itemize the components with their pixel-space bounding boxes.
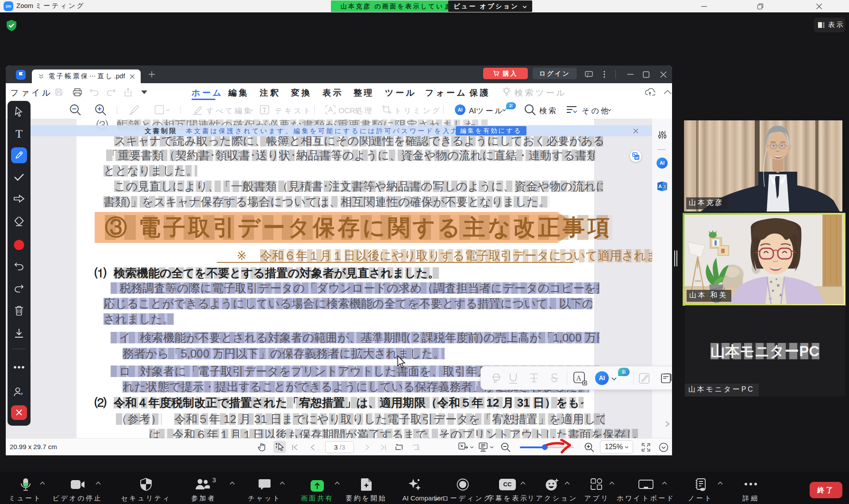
svg-text:文: 文 [664, 185, 667, 188]
svg-text:W: W [635, 156, 639, 160]
svg-text:A: A [576, 374, 581, 382]
svg-text:A: A [658, 184, 662, 189]
